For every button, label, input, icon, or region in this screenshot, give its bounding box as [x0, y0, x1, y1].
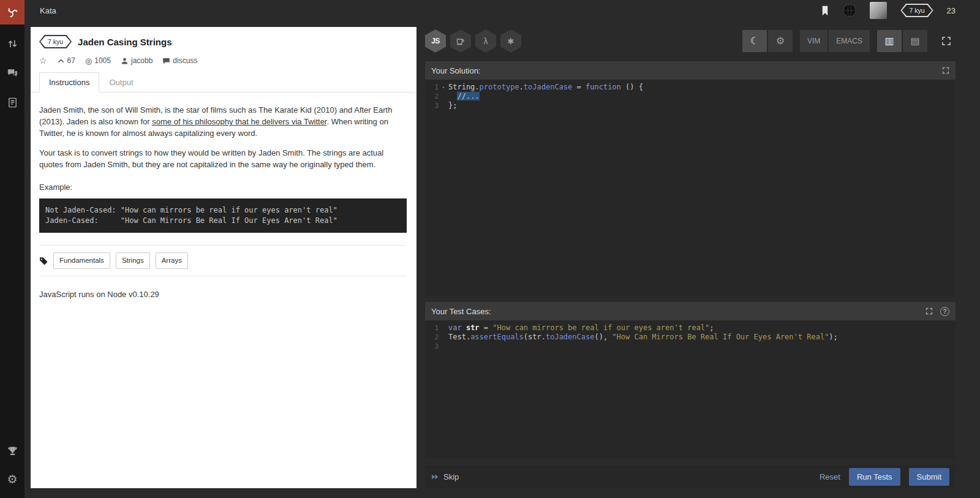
solution-header: Your Solution:: [425, 61, 956, 80]
language-selector: JS λ ✱: [425, 29, 521, 53]
code-text: [441, 342, 448, 351]
leaderboard-trophy-icon[interactable]: [0, 440, 24, 461]
kata-stats: ☆ 67 ◎ 1005 jacobb discuss: [39, 56, 407, 65]
reset-button[interactable]: Reset: [820, 472, 840, 481]
tab-instructions[interactable]: Instructions: [39, 72, 99, 92]
topbar-right: 7 kyu 23: [821, 2, 956, 19]
tag-chip[interactable]: Fundamentals: [53, 252, 110, 269]
tests-code-area[interactable]: 1var str = "How can mirrors be real if o…: [425, 320, 956, 459]
vim-mode-button[interactable]: VIM: [800, 30, 827, 52]
tag-icon: [39, 257, 48, 265]
gear-glyph: ⚙: [7, 472, 17, 486]
favorite-star[interactable]: ☆: [39, 56, 47, 65]
code-text: Test.assertEquals(str.toJadenCase(), "Ho…: [441, 333, 838, 342]
author-stat[interactable]: jacobb: [121, 56, 153, 65]
submit-button[interactable]: Submit: [909, 468, 949, 486]
example-code-block: Not Jaden-Cased: "How can mirrors be rea…: [39, 198, 407, 233]
tests-help-button[interactable]: ?: [940, 307, 949, 316]
bookmark-icon[interactable]: [821, 6, 829, 16]
tests-expand-button[interactable]: [925, 307, 933, 315]
user-avatar[interactable]: [870, 2, 887, 19]
kata-description-panel: 7 kyu Jaden Casing Strings ☆ 67 ◎ 1005: [31, 27, 417, 488]
tag-chip[interactable]: Strings: [116, 252, 150, 269]
globe-icon[interactable]: [843, 4, 856, 17]
instructions-body: Jaden Smith, the son of Will Smith, is t…: [31, 92, 417, 300]
lang-icon-javascript[interactable]: JS: [425, 29, 446, 53]
action-bar: Skip Reset Run Tests Submit: [425, 465, 956, 488]
codewars-logo[interactable]: [0, 0, 24, 25]
moon-icon: ☾: [750, 36, 759, 46]
tags-row: Fundamentals Strings Arrays: [39, 246, 407, 276]
flower-glyph: ✱: [508, 37, 514, 46]
keymap-group: VIM EMACS: [800, 30, 870, 52]
settings-gear-icon[interactable]: ⚙: [0, 469, 24, 489]
lang-icon-clojure[interactable]: ✱: [500, 29, 521, 53]
twitter-philosophy-link[interactable]: some of his philosophy that he delivers …: [152, 117, 326, 126]
lang-icon-coffeescript[interactable]: [450, 29, 471, 53]
target-icon: ◎: [85, 57, 92, 65]
test-cases-title: Your Test Cases:: [431, 307, 491, 316]
skip-label: Skip: [443, 472, 459, 481]
fold-marker-icon[interactable]: ▾: [442, 83, 445, 92]
paragraph-2: Your task is to convert strings to how t…: [39, 147, 407, 170]
description-tabs: Instructions Output: [31, 72, 417, 92]
run-tests-button[interactable]: Run Tests: [849, 468, 900, 486]
speech-bubble-icon: [162, 57, 170, 65]
action-right: Reset Run Tests Submit: [820, 468, 949, 486]
vote-count: 67: [67, 56, 75, 65]
rows-layout-button[interactable]: ▤: [903, 30, 927, 52]
content: 7 kyu Jaden Casing Strings ☆ 67 ◎ 1005: [24, 21, 980, 498]
expand-icon: [942, 67, 949, 74]
rows-icon: ▤: [910, 36, 919, 46]
author-name: jacobb: [131, 56, 153, 65]
kumite-chat-icon[interactable]: [0, 62, 24, 83]
line-number: 2: [425, 92, 441, 101]
star-icon: ☆: [39, 56, 47, 65]
tag-chip[interactable]: Arrays: [156, 252, 188, 269]
fullscreen-button[interactable]: [937, 30, 956, 52]
coffee-cup-icon: [456, 36, 466, 46]
code-line: 2 //...: [425, 92, 956, 101]
topbar-kata-link[interactable]: Kata: [40, 6, 56, 15]
line-number: 1: [425, 323, 441, 333]
test-cases-editor: Your Test Cases: ? 1var str = "How can m…: [425, 302, 956, 459]
test-cases-header: Your Test Cases: ?: [425, 302, 956, 320]
kata-header: 7 kyu Jaden Casing Strings ☆ 67 ◎ 1005: [31, 27, 417, 65]
theme-group: ☾ ⚙: [742, 30, 793, 52]
completions-count: 1005: [94, 56, 111, 65]
person-icon: [121, 57, 129, 65]
js-glyph: JS: [431, 37, 440, 45]
solution-editor: Your Solution: 1▾String.prototype.toJade…: [425, 61, 956, 296]
example-label: Example:: [39, 181, 407, 193]
discuss-link[interactable]: discuss: [162, 56, 197, 65]
vote-stat[interactable]: 67: [57, 56, 75, 65]
kata-rank-badge: 7 kyu: [39, 35, 72, 48]
emacs-mode-button[interactable]: EMACS: [829, 30, 870, 52]
tab-output[interactable]: Output: [99, 72, 143, 92]
columns-layout-button[interactable]: ▥: [877, 30, 902, 52]
dark-theme-button[interactable]: ☾: [742, 30, 767, 52]
honor-count: 23: [947, 6, 956, 15]
divider-bottom: [39, 276, 407, 276]
lang-icon-haskell[interactable]: λ: [475, 29, 496, 53]
fast-forward-icon: [431, 473, 439, 481]
solution-expand-button[interactable]: [942, 67, 949, 74]
solution-code-area[interactable]: 1▾String.prototype.toJadenCase = functio…: [425, 80, 956, 296]
editor-settings-button[interactable]: ⚙: [768, 30, 793, 52]
caret-up-icon: [57, 57, 65, 65]
line-number: 3: [425, 342, 441, 351]
code-line: 2Test.assertEquals(str.toJadenCase(), "H…: [425, 333, 956, 342]
kata-title: Jaden Casing Strings: [78, 37, 172, 47]
user-rank-badge[interactable]: 7 kyu: [900, 4, 933, 17]
train-arrows-icon[interactable]: [0, 33, 24, 54]
runtime-note: JavaScript runs on Node v0.10.29: [39, 289, 407, 300]
completions-stat: ◎ 1005: [85, 56, 111, 65]
code-text: //...: [441, 92, 480, 101]
docs-icon[interactable]: [0, 92, 24, 113]
line-number: 3: [425, 101, 441, 110]
solution-title: Your Solution:: [431, 66, 480, 75]
editor-toolbar: JS λ ✱ ☾: [425, 27, 956, 55]
editor-panel: JS λ ✱ ☾: [425, 27, 956, 488]
skip-button[interactable]: Skip: [431, 472, 459, 481]
code-line: 1var str = "How can mirrors be real if o…: [425, 323, 956, 333]
